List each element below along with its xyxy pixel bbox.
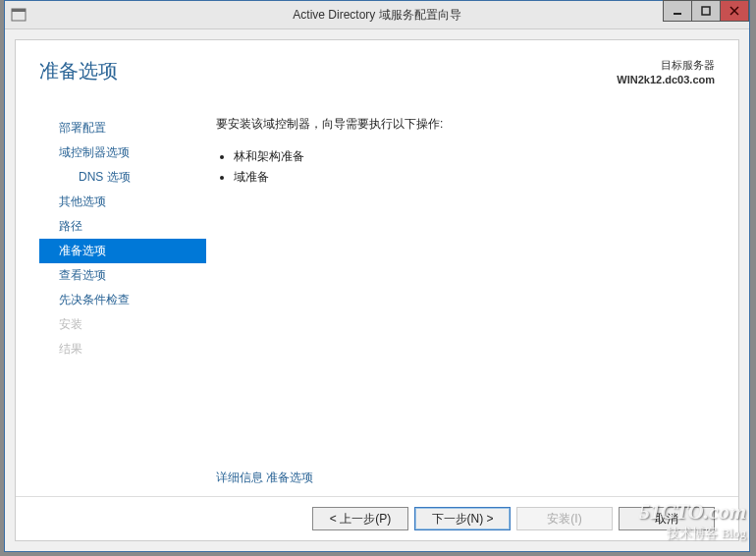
- maximize-button[interactable]: [691, 0, 721, 22]
- nav-step-3[interactable]: 其他选项: [39, 190, 206, 214]
- nav-step-9: 结果: [39, 337, 206, 361]
- intro-text: 要安装该域控制器，向导需要执行以下操作:: [216, 116, 715, 133]
- more-info-link[interactable]: 详细信息 准备选项: [216, 471, 313, 484]
- task-item-0: 林和架构准备: [234, 148, 715, 165]
- nav-steps: 部署配置域控制器选项DNS 选项其他选项路径准备选项查看选项先决条件检查安装结果: [39, 96, 206, 496]
- task-item-1: 域准备: [234, 169, 715, 186]
- nav-step-2[interactable]: DNS 选项: [39, 165, 206, 190]
- content-area: 准备选项 目标服务器 WIN2k12.dc03.com 部署配置域控制器选项DN…: [15, 39, 739, 541]
- nav-step-5[interactable]: 准备选项: [39, 239, 206, 263]
- nav-step-8: 安装: [39, 312, 206, 337]
- more-info: 详细信息 准备选项: [216, 470, 715, 486]
- page-title: 准备选项: [39, 58, 118, 84]
- wizard-window: Active Directory 域服务配置向导 准备选项 目标服务器 WIN2…: [4, 0, 750, 552]
- install-button: 安装(I): [516, 507, 613, 530]
- main-panel: 要安装该域控制器，向导需要执行以下操作: 林和架构准备域准备 详细信息 准备选项: [206, 96, 715, 496]
- nav-step-0[interactable]: 部署配置: [39, 116, 206, 140]
- svg-rect-1: [12, 9, 26, 12]
- next-button[interactable]: 下一步(N) >: [414, 507, 511, 530]
- close-button[interactable]: [720, 0, 749, 22]
- target-server-box: 目标服务器 WIN2k12.dc03.com: [617, 58, 715, 88]
- nav-step-7[interactable]: 先决条件检查: [39, 288, 206, 312]
- cancel-button[interactable]: 取消: [619, 507, 715, 530]
- target-server-name: WIN2k12.dc03.com: [617, 73, 715, 87]
- header-row: 准备选项 目标服务器 WIN2k12.dc03.com: [16, 40, 738, 96]
- more-info-topic: 准备选项: [266, 471, 313, 484]
- prev-button[interactable]: < 上一步(P): [312, 507, 408, 530]
- nav-step-6[interactable]: 查看选项: [39, 263, 206, 288]
- app-icon: [11, 7, 27, 23]
- titlebar: Active Directory 域服务配置向导: [5, 1, 749, 29]
- nav-step-1[interactable]: 域控制器选项: [39, 140, 206, 165]
- more-info-prefix: 详细信息: [216, 471, 263, 484]
- window-title: Active Directory 域服务配置向导: [5, 7, 749, 24]
- window-controls: [664, 0, 749, 22]
- body-row: 部署配置域控制器选项DNS 选项其他选项路径准备选项查看选项先决条件检查安装结果…: [16, 96, 738, 496]
- nav-step-4[interactable]: 路径: [39, 214, 206, 239]
- footer-buttons: < 上一步(P) 下一步(N) > 安装(I) 取消: [16, 496, 738, 540]
- task-list: 林和架构准备域准备: [216, 144, 715, 190]
- svg-rect-3: [702, 7, 710, 15]
- minimize-button[interactable]: [663, 0, 692, 22]
- target-server-label: 目标服务器: [617, 58, 715, 73]
